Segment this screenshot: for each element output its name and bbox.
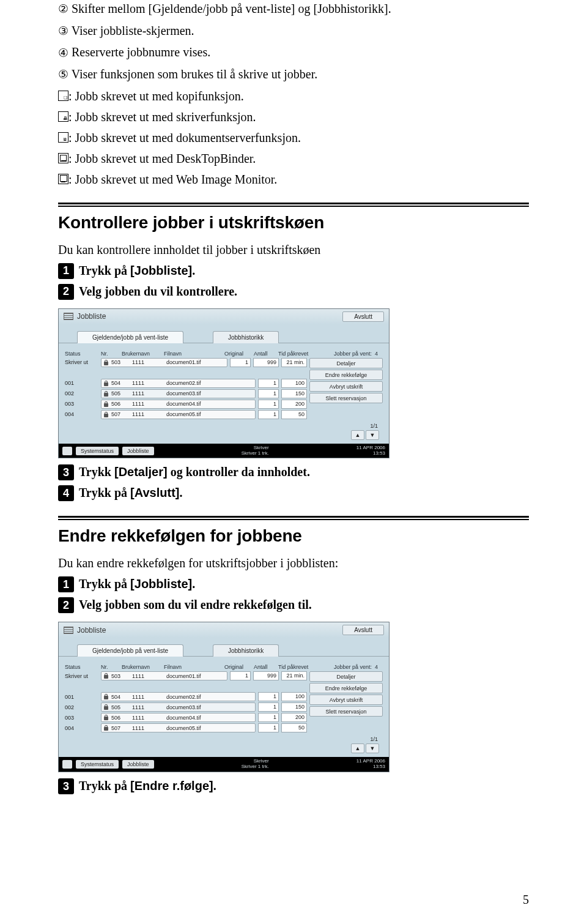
table-row[interactable]: 0015041111documen02.tif1100 [65,379,307,388]
screenshot-jobbliste-2: Jobbliste Avslutt Gjeldende/jobb på vent… [58,622,529,772]
ref-endre-rfolge: [Endre r.følge] [130,779,213,792]
avbryt-utskrift-button[interactable]: Avbryt utskrift [309,381,383,392]
step-1: 1 Trykk på [Jobbliste]. [58,262,529,279]
step-badge-4: 4 [58,485,74,501]
step-badge-2: 2 [58,597,74,613]
tab-gjeldende[interactable]: Gjeldende/jobb på vent-liste [77,331,183,343]
copy-icon: ❏ [58,91,68,101]
lock-icon [103,673,109,679]
link-jobbhistorikk: [Jobbhistorikk] [313,2,388,15]
lock-icon [103,694,109,699]
jobbliste-button[interactable]: Jobbliste [122,447,154,455]
intro-line-4: ④ Reserverte jobbnumre vises. [58,43,529,62]
circled-3-icon: ③ [58,23,68,40]
step-2b: 2 Velg jobben som du vil endre rekkefølg… [58,596,529,613]
section-rule [58,203,529,204]
pager-next-button[interactable]: ▼ [366,430,379,440]
systemstatus-button[interactable]: Systemstatus [76,447,119,455]
tab-jobbhistorikk[interactable]: Jobbhistorikk [213,644,279,657]
table-row[interactable]: 0035061111documen04.tif1200 [65,713,307,722]
step-badge-3: 3 [58,464,74,480]
printer-icon: 🖶 [58,111,68,122]
detaljer-button[interactable]: Detaljer [309,671,383,682]
endre-rekkefolge-button[interactable]: Endre rekkefølge [309,370,383,380]
jobbliste-button[interactable]: Jobbliste [122,760,154,769]
desktopbinder-icon [58,153,68,163]
step-badge-1: 1 [58,576,74,592]
menu-icon[interactable] [64,313,73,320]
datetime: 11 APR 200613:53 [356,445,385,456]
pager-prev-button[interactable]: ▲ [351,743,364,753]
step-badge-3: 3 [58,778,74,794]
table-row[interactable]: 0015041111documen02.tif1100 [65,692,307,701]
printer-status: SkriverSkriver 1 trk. [242,445,269,456]
section-rule-thin [58,206,529,207]
window-title: Jobbliste [77,312,106,321]
ref-jobbliste: [Jobbliste] [130,577,192,591]
avbryt-utskrift-button[interactable]: Avbryt utskrift [309,695,383,705]
pager-next-button[interactable]: ▼ [366,743,379,753]
table-row[interactable]: 0045071111documen05.tif150 [65,723,307,732]
step-1b: 1 Trykk på [Jobbliste]. [58,575,529,592]
table-row[interactable]: Skriver ut5031111documen01.tif199921 min… [65,358,307,367]
tab-gjeldende[interactable]: Gjeldende/jobb på vent-liste [77,644,183,657]
table-row[interactable]: 0025051111documen03.tif1150 [65,389,307,398]
icon-line-desktopbinder: : Jobb skrevet ut med DeskTopBinder. [58,150,529,167]
heading-endre: Endre rekkefølgen for jobbene [58,526,529,546]
printer-status: SkriverSkriver 1 trk. [242,759,269,770]
pager-prev-button[interactable]: ▲ [351,430,364,440]
pager-label: 1/1 [65,420,383,430]
intro-line-3: ③ Viser jobbliste-skjermen. [58,22,529,40]
slett-reservasjon-button[interactable]: Slett reservasjon [309,393,383,403]
step-4: 4 Trykk på [Avslutt]. [58,484,529,501]
step-2: 2 Velg jobben du vil kontrollere. [58,283,529,300]
intro-line-5: ⑤ Viser funksjonen som brukes til å skri… [58,65,529,84]
systemstatus-button[interactable]: Systemstatus [76,760,119,769]
window-title: Jobbliste [77,626,106,635]
datetime: 11 APR 200613:53 [356,759,385,770]
table-row[interactable]: 0025051111documen03.tif1150 [65,702,307,712]
table-row[interactable]: 0045071111documen05.tif150 [65,410,307,419]
endre-rekkefolge-button[interactable]: Endre rekkefølge [309,683,383,693]
lock-icon [103,401,109,407]
avslutt-button[interactable]: Avslutt [342,311,384,322]
ref-jobbliste: [Jobbliste] [130,264,192,277]
docserver-icon: 🗎 [58,132,68,143]
circled-2-icon: ② [58,1,68,18]
step-3b: 3 Trykk på [Endre r.følge]. [58,777,529,794]
detaljer-button[interactable]: Detaljer [309,358,383,368]
step-badge-2: 2 [58,284,74,300]
table-row[interactable]: Skriver ut5031111documen01.tif199921 min… [65,671,307,680]
lock-icon [103,704,109,710]
tab-jobbhistorikk[interactable]: Jobbhistorikk [213,331,279,343]
status-icon[interactable] [62,760,72,769]
table-header: Status Nr. Brukernavn Filnavn Original A… [65,663,383,671]
web-image-monitor-icon [58,174,68,184]
icon-line-webimage: : Jobb skrevet ut med Web Image Monitor. [58,171,529,188]
slett-reservasjon-button[interactable]: Slett reservasjon [309,706,383,717]
lock-icon [103,381,109,386]
lock-icon [103,715,109,720]
section-rule [58,516,529,518]
table-row[interactable]: 0035061111documen04.tif1200 [65,400,307,409]
heading-kontrollere: Kontrollere jobber i utskriftskøen [58,213,529,233]
pager-label: 1/1 [65,734,383,743]
icon-line-docserver: 🗎: Jobb skrevet ut med dokumentserverfun… [58,129,529,146]
intro-line-2: ② Skifter mellom [Gjeldende/jobb på vent… [58,0,529,18]
menu-icon[interactable] [64,627,73,634]
lock-icon [103,412,109,417]
screenshot-jobbliste-1: Jobbliste Avslutt Gjeldende/jobb på vent… [58,308,529,459]
lock-icon [103,725,109,731]
section1-lead: Du kan kontrollere innholdet til jobber … [58,241,529,258]
avslutt-button[interactable]: Avslutt [342,625,384,635]
section2-lead: Du kan endre rekkefølgen for utskriftsjo… [58,554,529,572]
section-rule-thin [58,519,529,520]
lock-icon [103,360,109,365]
link-gjeldende: [Gjeldende/jobb på vent-liste] [149,2,295,15]
icon-line-copy: ❏: Jobb skrevet ut med kopifunksjon. [58,88,529,105]
step-badge-1: 1 [58,263,74,279]
status-icon[interactable] [62,447,72,455]
lock-icon [103,391,109,397]
ref-detaljer: [Detaljer] [114,465,168,479]
circled-4-icon: ④ [58,45,68,62]
